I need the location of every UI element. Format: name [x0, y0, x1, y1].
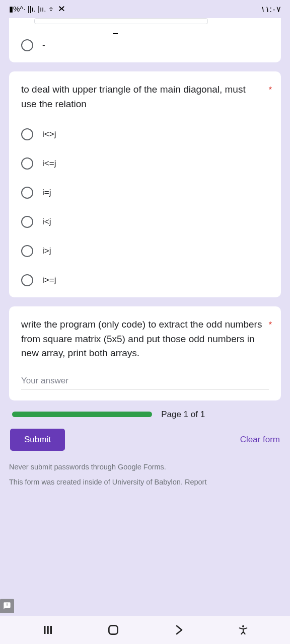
required-star-icon: *: [268, 84, 272, 97]
required-star-icon: *: [268, 318, 272, 332]
question-title: write the program (only code) to extract…: [21, 317, 269, 361]
answer-input[interactable]: [21, 376, 269, 389]
question-text: write the program (only code) to extract…: [21, 319, 262, 358]
svg-rect-3: [109, 625, 117, 634]
radio-circle-icon: [21, 245, 33, 257]
radio-label: i>j: [42, 246, 51, 256]
status-left: ▮%^· ||ı. |ıı. ᯤ ✕: [9, 5, 65, 14]
radio-circle-icon: [21, 274, 33, 286]
submit-button[interactable]: Submit: [10, 429, 65, 451]
radio-circle-icon: [21, 128, 33, 140]
svg-rect-1: [47, 626, 49, 634]
radio-option[interactable]: i=j: [21, 187, 269, 199]
svg-rect-0: [44, 626, 46, 634]
radio-label: i<j: [42, 217, 51, 227]
text-cursor: [113, 33, 118, 34]
back-icon: [173, 624, 185, 636]
radio-label: -: [42, 40, 45, 50]
clear-form-button[interactable]: Clear form: [240, 435, 280, 445]
password-warning: Never submit passwords through Google Fo…: [9, 463, 281, 471]
android-nav-bar: [0, 616, 290, 644]
radio-option[interactable]: i<j: [21, 216, 269, 228]
question-card-relation: to deal with upper triangle of the main …: [9, 71, 281, 297]
question-card-program: write the program (only code) to extract…: [9, 306, 281, 400]
radio-option-dash[interactable]: -: [21, 39, 269, 51]
progress-bar: [12, 412, 152, 417]
status-time: ١١:٠٧: [261, 5, 281, 14]
svg-point-4: [242, 625, 244, 627]
accessibility-icon: [238, 624, 249, 635]
status-bar: ▮%^· ||ı. |ıı. ᯤ ✕ ١١:٠٧: [0, 0, 290, 18]
question-text: to deal with upper triangle of the main …: [21, 84, 246, 109]
radio-option[interactable]: i>j: [21, 245, 269, 257]
feedback-icon: [3, 602, 11, 610]
form-origin-text: This form was created inside of Universi…: [9, 478, 281, 486]
feedback-button[interactable]: [0, 599, 14, 613]
page-indicator: Page 1 of 1: [161, 410, 278, 420]
question-title: to deal with upper triangle of the main …: [21, 83, 269, 111]
radio-circle-icon: [21, 216, 33, 228]
radio-label: i<>j: [42, 129, 56, 139]
action-row: Submit Clear form: [9, 429, 281, 451]
svg-rect-2: [50, 626, 52, 634]
radio-circle-icon: [21, 39, 33, 51]
home-button[interactable]: [107, 623, 120, 636]
accessibility-button[interactable]: [238, 624, 249, 635]
recent-apps-icon: [42, 624, 54, 636]
home-icon: [107, 623, 120, 636]
question-card-prev: -: [9, 18, 281, 62]
progress-row: Page 1 of 1: [9, 410, 281, 420]
text-input-prev[interactable]: [34, 18, 208, 24]
radio-label: i>=j: [42, 275, 56, 285]
radio-option[interactable]: i<=j: [21, 157, 269, 170]
radio-option[interactable]: i>=j: [21, 274, 269, 286]
radio-circle-icon: [21, 157, 33, 170]
back-button[interactable]: [173, 624, 185, 636]
options-group: i<>j i<=j i=j i<j i>j i>=j: [21, 124, 269, 286]
radio-label: i<=j: [42, 158, 56, 169]
recent-apps-button[interactable]: [42, 624, 54, 636]
radio-circle-icon: [21, 187, 33, 199]
radio-label: i=j: [42, 188, 51, 198]
radio-option[interactable]: i<>j: [21, 128, 269, 140]
